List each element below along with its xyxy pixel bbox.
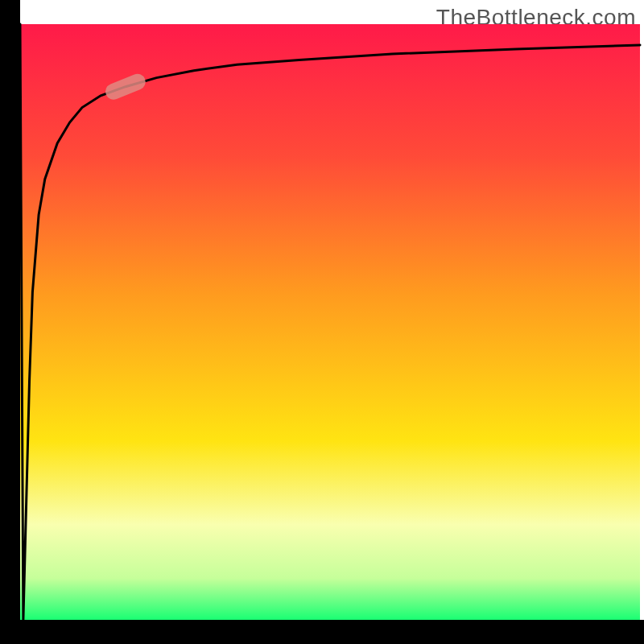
plot-background [20,24,640,620]
frame-bottom [0,620,644,644]
chart-container: TheBottleneck.com [0,0,644,644]
frame-left [0,0,20,644]
bottleneck-chart [0,0,644,644]
